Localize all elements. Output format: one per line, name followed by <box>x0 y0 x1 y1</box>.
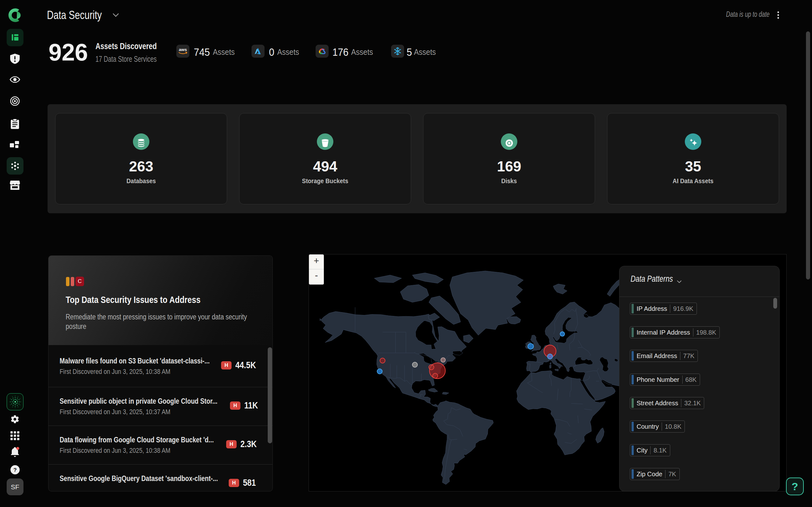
svg-text:aws: aws <box>179 47 187 52</box>
svg-text:?: ? <box>13 467 16 473</box>
